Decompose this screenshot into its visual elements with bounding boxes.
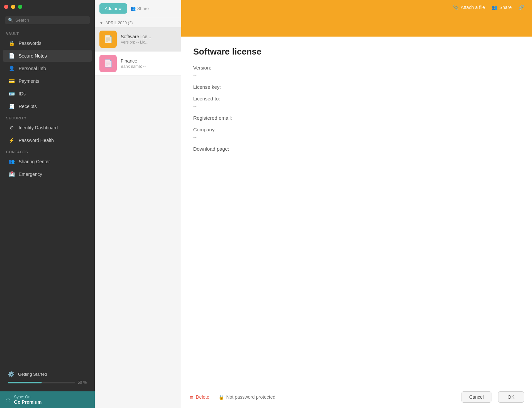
sync-footer-content: Sync: On Go Premium (14, 395, 42, 405)
emergency-icon: 🏥 (9, 171, 15, 177)
note-subtitle: Bank name: -- (121, 64, 176, 69)
id-icon: 🪪 (9, 91, 15, 97)
contacts-section-label: CONTACTS (0, 147, 95, 155)
note-thumb-pink: 📄 (99, 55, 117, 72)
paperclip-icon: 📎 (453, 5, 459, 10)
sidebar-item-label: IDs (19, 91, 26, 96)
receipt-icon: 🧾 (9, 103, 15, 109)
lock-icon: 🔒 (218, 394, 224, 400)
search-input[interactable] (15, 18, 87, 23)
download-page-label: Download page: (193, 146, 520, 152)
gear-icon: ⚙️ (8, 371, 15, 377)
link-icon: 🔗 (518, 5, 524, 10)
document-icon: 📄 (104, 35, 113, 44)
sync-footer[interactable]: ☆ Sync: On Go Premium (0, 391, 95, 408)
field-company: Company: -- (193, 127, 520, 140)
note-item-software-license[interactable]: 📄 Software lice... Version: -- Lic... (95, 27, 181, 52)
main-content: 📎 Attach a file 👥 Share 🔗 Software licen… (181, 0, 532, 408)
search-icon: 🔍 (8, 18, 13, 23)
card-icon: 💳 (9, 78, 15, 84)
version-label: Version: (193, 65, 520, 70)
progress-bar-fill (8, 382, 42, 383)
add-new-button[interactable]: Add new (99, 3, 127, 14)
minimize-button[interactable] (11, 5, 15, 9)
sync-label: Sync: On (14, 395, 42, 399)
note-subtitle: Version: -- Lic... (121, 40, 176, 45)
sidebar-item-ids[interactable]: 🪪 IDs (3, 88, 92, 100)
sidebar-item-label: Password Health (19, 138, 54, 143)
zoom-button[interactable] (18, 5, 22, 9)
sidebar-item-label: Secure Notes (19, 53, 47, 59)
sidebar-item-personal-info[interactable]: 👤 Personal Info (3, 63, 92, 74)
sidebar-item-label: Emergency (19, 172, 42, 177)
licensed-to-value: -- (193, 103, 520, 109)
group-label-text: APRIL 2020 (2) (105, 21, 133, 25)
company-value: -- (193, 134, 520, 140)
field-registered-email: Registered email: (193, 115, 520, 121)
delete-button[interactable]: 🗑 Delete (189, 394, 209, 400)
sidebar-item-label: Passwords (19, 41, 41, 46)
middle-toolbar: Add new 👥 Share (95, 0, 181, 17)
sidebar-footer: ⚙️ Getting Started 50 % (0, 364, 95, 391)
health-icon: ⚡ (9, 137, 15, 143)
password-status-text: Not password protected (226, 394, 275, 400)
progress-label: 50 % (78, 380, 87, 385)
security-section-label: SECURITY (0, 113, 95, 121)
sidebar: 🔍 VAULT 🔒 Passwords 📄 Secure Notes 👤 Per… (0, 0, 95, 408)
company-label: Company: (193, 127, 520, 132)
sidebar-item-passwords[interactable]: 🔒 Passwords (3, 37, 92, 49)
detail-share-button[interactable]: 👥 Share (492, 5, 512, 10)
lock-icon: 🔒 (9, 40, 15, 46)
sidebar-item-identity-dashboard[interactable]: ⊙ Identity Dashboard (3, 122, 92, 134)
sidebar-item-secure-notes[interactable]: 📄 Secure Notes (3, 50, 92, 62)
field-licensed-to: Licensed to: -- (193, 96, 520, 109)
close-button[interactable] (4, 5, 8, 9)
version-value: -- (193, 72, 520, 78)
sidebar-item-payments[interactable]: 💳 Payments (3, 75, 92, 87)
license-key-label: License key: (193, 84, 520, 90)
attach-label: Attach a file (461, 5, 485, 10)
ok-button[interactable]: OK (498, 391, 524, 403)
note-info: Software lice... Version: -- Lic... (121, 34, 176, 45)
registered-email-label: Registered email: (193, 115, 520, 121)
attach-file-button[interactable]: 📎 Attach a file (453, 5, 485, 10)
getting-started-label: Getting Started (18, 372, 47, 377)
identity-icon: ⊙ (9, 125, 15, 131)
field-license-key: License key: (193, 84, 520, 90)
detail-title: Software license (193, 47, 520, 57)
getting-started-item[interactable]: ⚙️ Getting Started (5, 368, 90, 380)
sidebar-item-label: Personal Info (19, 66, 46, 71)
note-title: Finance (121, 58, 176, 64)
sidebar-item-label: Receipts (19, 104, 37, 109)
note-item-finance[interactable]: 📄 Finance Bank name: -- (95, 52, 181, 76)
share-label: Share (137, 6, 149, 11)
sharing-icon: 👥 (9, 159, 15, 165)
more-options-button[interactable]: 🔗 (518, 5, 524, 10)
chevron-down-icon: ▼ (99, 21, 103, 25)
middle-panel: Add new 👥 Share ▼ APRIL 2020 (2) 📄 Softw… (95, 0, 181, 408)
trash-icon: 🗑 (189, 394, 194, 400)
note-icon: 📄 (9, 53, 15, 59)
share-label: Share (499, 5, 512, 10)
sidebar-item-password-health[interactable]: ⚡ Password Health (3, 134, 92, 146)
field-download-page: Download page: (193, 146, 520, 152)
detail-footer: 🗑 Delete 🔒 Not password protected Cancel… (181, 386, 532, 408)
licensed-to-label: Licensed to: (193, 96, 520, 101)
share-people-icon: 👥 (130, 6, 136, 11)
person-icon: 👤 (9, 66, 15, 71)
titlebar (0, 0, 95, 13)
delete-label: Delete (196, 394, 209, 400)
sidebar-item-emergency[interactable]: 🏥 Emergency (3, 168, 92, 180)
vault-section-label: VAULT (0, 28, 95, 37)
note-info: Finance Bank name: -- (121, 58, 176, 69)
sidebar-item-sharing-center[interactable]: 👥 Sharing Center (3, 156, 92, 168)
share-button[interactable]: 👥 Share (130, 6, 149, 11)
sidebar-item-label: Identity Dashboard (19, 125, 58, 130)
cancel-button[interactable]: Cancel (462, 391, 491, 403)
note-thumb-orange: 📄 (99, 31, 117, 48)
share-icon: 👥 (492, 5, 497, 10)
field-version: Version: -- (193, 65, 520, 78)
sidebar-item-receipts[interactable]: 🧾 Receipts (3, 100, 92, 112)
note-title: Software lice... (121, 34, 176, 39)
document-icon: 📄 (104, 59, 113, 68)
